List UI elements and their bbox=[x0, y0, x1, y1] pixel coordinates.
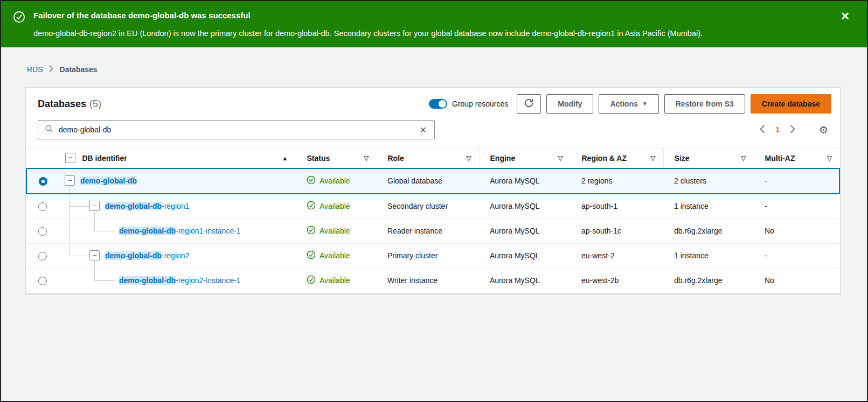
region-az-cell: eu-west-2 bbox=[571, 243, 663, 268]
engine-cell: Aurora MySQL bbox=[479, 243, 571, 268]
table-row[interactable]: −demo-global-db-region1AvailableSecondar… bbox=[26, 194, 839, 219]
next-page-button[interactable] bbox=[785, 123, 800, 137]
chevron-left-icon bbox=[759, 125, 766, 135]
db-table-body: −demo-global-dbAvailableGlobal databaseA… bbox=[26, 168, 839, 293]
create-database-button[interactable]: Create database bbox=[751, 94, 831, 114]
multi-az-cell: - bbox=[754, 194, 839, 219]
db-identifier-link[interactable]: demo-global-db-region1-instance-1 bbox=[119, 227, 241, 235]
role-cell: Writer instance bbox=[377, 268, 479, 293]
tree-connector-line bbox=[70, 219, 70, 243]
role-cell: Reader instance bbox=[377, 218, 479, 243]
region-az-column-header[interactable]: Region & AZ▽ bbox=[571, 149, 663, 168]
db-identifier-column-header[interactable]: − DB identifier ▲ bbox=[59, 149, 296, 168]
size-cell: db.r6g.2xlarge bbox=[663, 218, 754, 243]
size-cell: 2 clusters bbox=[663, 168, 754, 194]
status-available-icon bbox=[307, 225, 316, 236]
select-column-header bbox=[26, 149, 59, 168]
region-az-cell: 2 regions bbox=[571, 168, 663, 194]
role-column-header[interactable]: Role▽ bbox=[377, 149, 479, 168]
collapse-row-icon[interactable]: − bbox=[89, 201, 100, 211]
banner-message: demo-global-db-region2 in EU (London) is… bbox=[33, 29, 703, 39]
tree-connector-line bbox=[94, 219, 95, 231]
db-identifier-cell: demo-global-db-region1-instance-1 bbox=[59, 218, 296, 243]
filter-row: ✕ 1 ⚙ bbox=[26, 118, 840, 148]
close-icon[interactable]: ✕ bbox=[841, 11, 850, 22]
role-cell: Primary cluster bbox=[377, 243, 479, 268]
group-resources-toggle[interactable]: Group resources bbox=[429, 99, 508, 109]
success-check-icon bbox=[13, 11, 25, 25]
status-available-icon bbox=[307, 201, 316, 211]
size-column-header[interactable]: Size▽ bbox=[663, 149, 754, 168]
current-page-number[interactable]: 1 bbox=[772, 125, 783, 134]
table-row[interactable]: −demo-global-dbAvailableGlobal databaseA… bbox=[26, 168, 839, 194]
search-icon bbox=[45, 124, 53, 135]
restore-from-s3-button[interactable]: Restore from S3 bbox=[664, 94, 745, 114]
db-identifier-cell: −demo-global-db-region1 bbox=[59, 194, 296, 219]
toggle-knob bbox=[439, 100, 446, 108]
sort-icon: ▽ bbox=[364, 154, 369, 162]
status-column-header[interactable]: Status▽ bbox=[296, 149, 377, 168]
radio-selected[interactable] bbox=[39, 177, 47, 186]
db-identifier-link[interactable]: demo-global-db bbox=[80, 177, 137, 185]
sort-icon: ▽ bbox=[466, 154, 471, 162]
toggle-switch-on[interactable] bbox=[429, 99, 447, 109]
previous-page-button[interactable] bbox=[755, 123, 770, 137]
tree-connector-line bbox=[70, 206, 89, 207]
settings-gear-icon[interactable]: ⚙ bbox=[816, 123, 831, 137]
refresh-button[interactable] bbox=[517, 94, 541, 114]
panel-header: Databases (5) Group resources Modify Act… bbox=[26, 88, 840, 118]
status-cell: Available bbox=[296, 268, 377, 293]
databases-table: − DB identifier ▲ Status▽ Role▽ Engine▽ bbox=[26, 148, 840, 293]
select-cell bbox=[26, 218, 59, 243]
db-identifier-link[interactable]: demo-global-db-region1 bbox=[105, 202, 189, 210]
size-cell: db.r6g.2xlarge bbox=[663, 268, 754, 293]
db-identifier-cell: demo-global-db-region2-instance-1 bbox=[59, 268, 296, 293]
tree-connector-line bbox=[94, 280, 115, 281]
databases-panel: Databases (5) Group resources Modify Act… bbox=[25, 87, 841, 294]
status-cell: Available bbox=[296, 243, 377, 268]
table-row[interactable]: −demo-global-db-region2AvailablePrimary … bbox=[26, 243, 839, 268]
resource-count: (5) bbox=[89, 98, 101, 110]
size-cell: 1 instance bbox=[663, 194, 754, 219]
tree-connector-line bbox=[94, 261, 95, 268]
actions-label: Actions bbox=[610, 100, 637, 108]
collapse-all-icon[interactable]: − bbox=[65, 153, 75, 163]
engine-cell: Aurora MySQL bbox=[479, 168, 571, 194]
select-cell bbox=[26, 243, 59, 268]
radio-unselected[interactable] bbox=[38, 227, 47, 236]
role-cell: Secondary cluster bbox=[377, 194, 479, 219]
table-row[interactable]: demo-global-db-region1-instance-1Availab… bbox=[26, 218, 839, 243]
tree-connector-line bbox=[94, 231, 115, 231]
breadcrumb-rds-link[interactable]: RDS bbox=[27, 65, 43, 74]
breadcrumb: RDS Databases bbox=[27, 65, 867, 74]
refresh-icon bbox=[524, 98, 534, 110]
multi-az-cell: - bbox=[754, 243, 839, 268]
db-identifier-link[interactable]: demo-global-db-region2-instance-1 bbox=[119, 276, 241, 285]
status-text: Available bbox=[320, 227, 350, 235]
tree-connector-line bbox=[94, 269, 95, 280]
db-identifier-cell: −demo-global-db bbox=[59, 168, 296, 194]
radio-unselected[interactable] bbox=[38, 202, 47, 211]
collapse-row-icon[interactable]: − bbox=[65, 175, 75, 186]
radio-unselected[interactable] bbox=[38, 277, 47, 285]
multi-az-cell: - bbox=[754, 168, 839, 194]
status-cell: Available bbox=[296, 194, 377, 219]
actions-button[interactable]: Actions ▼ bbox=[599, 94, 658, 114]
db-identifier-cell: −demo-global-db-region2 bbox=[59, 243, 296, 268]
modify-button[interactable]: Modify bbox=[546, 94, 593, 114]
region-az-cell: ap-south-1c bbox=[571, 218, 663, 243]
region-az-cell: eu-west-2b bbox=[571, 268, 663, 293]
search-input[interactable] bbox=[59, 125, 418, 134]
search-box[interactable]: ✕ bbox=[38, 120, 435, 139]
table-row[interactable]: demo-global-db-region2-instance-1Availab… bbox=[26, 268, 839, 293]
rds-console-screen: Failover of the database demo-global-db … bbox=[0, 0, 868, 402]
engine-column-header[interactable]: Engine▽ bbox=[479, 149, 571, 168]
collapse-row-icon[interactable]: − bbox=[89, 250, 100, 260]
region-az-cell: ap-south-1 bbox=[571, 194, 663, 219]
role-cell: Global database bbox=[377, 168, 479, 194]
db-identifier-link[interactable]: demo-global-db-region2 bbox=[105, 251, 189, 260]
clear-search-icon[interactable]: ✕ bbox=[418, 124, 429, 136]
radio-unselected[interactable] bbox=[38, 252, 47, 260]
multi-az-column-header[interactable]: Multi-AZ▽ bbox=[754, 149, 839, 168]
group-resources-label: Group resources bbox=[452, 100, 508, 108]
